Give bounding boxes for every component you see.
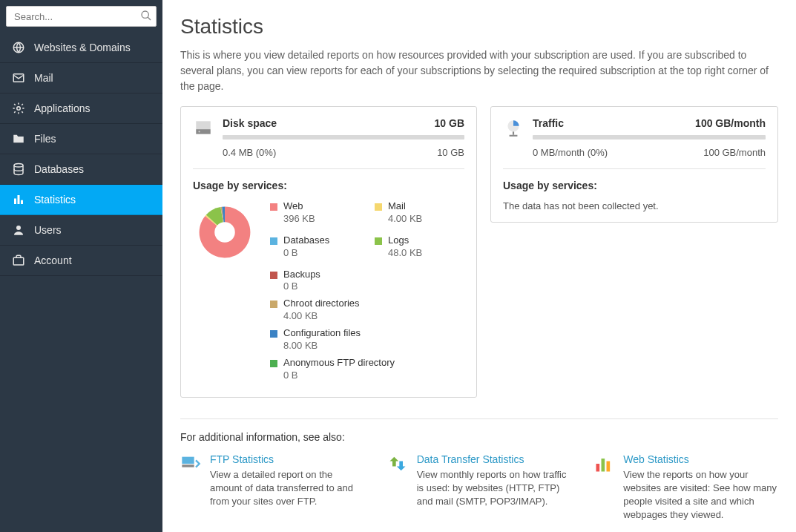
svg-rect-18 <box>182 456 194 463</box>
traffic-no-data: The data has not been collected yet. <box>503 200 766 211</box>
legend-item: Configuration files8.00 KB <box>270 327 464 352</box>
disk-total-top: 10 GB <box>435 117 464 129</box>
web-stats-icon <box>593 453 614 474</box>
globe-icon <box>10 41 27 54</box>
sidebar: Websites & Domains Mail Applications Fil… <box>0 0 162 532</box>
color-swatch <box>270 272 277 279</box>
disk-used: 0.4 MB (0%) <box>223 147 276 158</box>
nav-databases[interactable]: Databases <box>0 154 162 185</box>
link-web-statistics: Web Statistics View the reports on how y… <box>593 453 778 522</box>
mail-icon <box>10 71 27 85</box>
legend-item: Web396 KB <box>270 200 360 226</box>
disk-icon <box>193 117 214 138</box>
legend-name: Logs <box>388 234 422 247</box>
link-title[interactable]: FTP Statistics <box>210 453 365 465</box>
user-icon <box>10 223 27 237</box>
color-swatch <box>270 203 277 211</box>
svg-rect-10 <box>13 257 24 265</box>
svg-point-9 <box>16 226 21 230</box>
legend-item: Backups0 B <box>270 269 464 294</box>
link-desc: View the reports on how your websites ar… <box>623 468 778 522</box>
traffic-icon <box>503 117 524 138</box>
nav-applications[interactable]: Applications <box>0 93 162 124</box>
section-divider <box>180 418 778 419</box>
nav-label: Databases <box>34 163 84 175</box>
svg-point-0 <box>142 11 148 18</box>
nav-label: Statistics <box>34 194 76 206</box>
traffic-title: Traffic <box>533 117 564 129</box>
legend-value: 8.00 KB <box>283 340 361 352</box>
nav-label: Mail <box>34 72 53 84</box>
search-icon[interactable] <box>140 10 152 24</box>
traffic-total-top: 100 GB/month <box>695 117 766 129</box>
nav-statistics[interactable]: Statistics <box>0 185 162 215</box>
legend-name: Configuration files <box>283 327 361 340</box>
legend-item: Mail4.00 KB <box>375 200 464 226</box>
svg-rect-6 <box>14 199 16 205</box>
legend-name: Mail <box>388 200 422 213</box>
svg-point-14 <box>214 222 235 243</box>
link-data-transfer-statistics: Data Transfer Statistics View monthly re… <box>387 453 572 522</box>
main-content: Statistics This is where you view detail… <box>162 0 796 532</box>
legend-value: 396 KB <box>283 213 315 226</box>
svg-line-1 <box>148 17 151 20</box>
nav-label: Websites & Domains <box>34 42 131 53</box>
link-title[interactable]: Data Transfer Statistics <box>417 453 572 465</box>
svg-rect-16 <box>513 131 514 134</box>
legend-value: 48.0 KB <box>388 247 422 260</box>
color-swatch <box>270 360 277 367</box>
nav-label: Users <box>34 224 62 236</box>
nav-files[interactable]: Files <box>0 124 162 154</box>
search-input[interactable] <box>6 6 157 27</box>
ftp-stats-icon <box>180 453 201 474</box>
gear-icon <box>10 102 27 115</box>
legend-name: Anonymous FTP directory <box>283 357 395 370</box>
traffic-used: 0 MB/month (0%) <box>533 147 608 158</box>
legend-value: 0 B <box>283 280 320 293</box>
link-desc: View a detailed report on the amount of … <box>210 468 365 509</box>
nav-account[interactable]: Account <box>0 246 162 276</box>
svg-rect-19 <box>182 464 194 467</box>
nav-label: Account <box>34 254 72 266</box>
nav-users[interactable]: Users <box>0 215 162 246</box>
usage-legend: Web396 KBMail4.00 KBDatabases0 BLogs48.0… <box>270 200 464 387</box>
disk-usage-bar <box>223 135 464 139</box>
legend-item: Databases0 B <box>270 234 360 260</box>
svg-rect-8 <box>21 200 23 204</box>
svg-point-4 <box>17 107 21 111</box>
svg-rect-17 <box>510 135 518 137</box>
legend-value: 4.00 KB <box>283 310 360 323</box>
color-swatch <box>270 330 277 338</box>
nav-websites-domains[interactable]: Websites & Domains <box>0 33 162 63</box>
svg-point-5 <box>14 164 23 168</box>
usage-pie-chart <box>193 200 257 264</box>
nav-mail[interactable]: Mail <box>0 63 162 93</box>
page-description: This is where you view detailed reports … <box>180 47 778 94</box>
svg-rect-11 <box>196 121 211 129</box>
data-transfer-icon <box>387 453 408 474</box>
legend-value: 0 B <box>283 370 395 382</box>
legend-item: Logs48.0 KB <box>375 234 464 260</box>
legend-item: Chroot directories4.00 KB <box>270 298 464 323</box>
svg-rect-21 <box>602 459 605 472</box>
briefcase-icon <box>10 254 27 267</box>
divider <box>193 168 464 169</box>
traffic-usage-title: Usage by services: <box>503 180 766 191</box>
legend-name: Databases <box>283 234 329 247</box>
nav-label: Files <box>34 133 56 145</box>
legend-name: Web <box>283 200 315 213</box>
color-swatch <box>375 203 382 211</box>
disk-total: 10 GB <box>437 147 464 158</box>
svg-rect-22 <box>607 461 611 471</box>
link-title[interactable]: Web Statistics <box>623 453 778 465</box>
disk-usage-title: Usage by services: <box>193 180 464 191</box>
bar-chart-icon <box>10 193 27 206</box>
traffic-total: 100 GB/month <box>703 147 766 158</box>
legend-name: Backups <box>283 269 320 281</box>
svg-rect-7 <box>18 195 20 204</box>
svg-rect-12 <box>196 129 211 134</box>
color-swatch <box>270 301 277 308</box>
legend-name: Chroot directories <box>283 298 360 310</box>
traffic-usage-bar <box>533 135 766 139</box>
traffic-panel: Traffic 100 GB/month 0 MB/month (0%) 100… <box>490 106 778 223</box>
